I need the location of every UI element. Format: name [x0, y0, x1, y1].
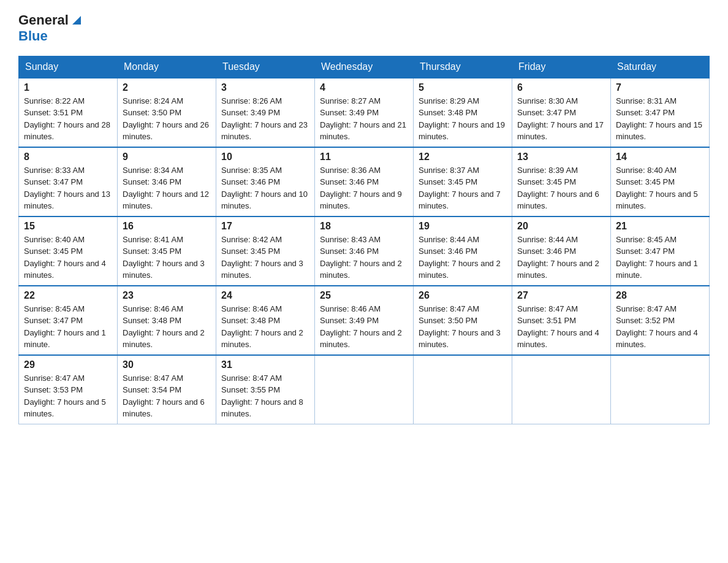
day-number: 3 — [221, 82, 309, 93]
day-number: 1 — [24, 82, 112, 93]
day-number: 27 — [517, 290, 605, 301]
calendar-week-row: 8 Sunrise: 8:33 AMSunset: 3:47 PMDayligh… — [19, 147, 710, 216]
calendar-cell — [611, 355, 710, 424]
day-info: Sunrise: 8:45 AMSunset: 3:47 PMDaylight:… — [24, 304, 106, 350]
day-info: Sunrise: 8:47 AMSunset: 3:53 PMDaylight:… — [24, 373, 106, 419]
calendar-cell: 1 Sunrise: 8:22 AMSunset: 3:51 PMDayligh… — [19, 78, 118, 147]
svg-marker-0 — [72, 16, 81, 25]
calendar-table: SundayMondayTuesdayWednesdayThursdayFrid… — [18, 56, 710, 424]
calendar-cell: 16 Sunrise: 8:41 AMSunset: 3:45 PMDaylig… — [118, 216, 216, 286]
day-info: Sunrise: 8:46 AMSunset: 3:48 PMDaylight:… — [221, 304, 303, 350]
day-number: 5 — [419, 82, 507, 93]
calendar-cell: 23 Sunrise: 8:46 AMSunset: 3:48 PMDaylig… — [118, 286, 216, 355]
calendar-cell: 29 Sunrise: 8:47 AMSunset: 3:53 PMDaylig… — [19, 355, 118, 424]
day-info: Sunrise: 8:36 AMSunset: 3:46 PMDaylight:… — [320, 166, 402, 211]
day-number: 9 — [123, 151, 211, 163]
calendar-cell: 2 Sunrise: 8:24 AMSunset: 3:50 PMDayligh… — [118, 78, 216, 147]
day-number: 15 — [24, 221, 112, 232]
day-info: Sunrise: 8:26 AMSunset: 3:49 PMDaylight:… — [221, 96, 308, 142]
calendar-cell: 12 Sunrise: 8:37 AMSunset: 3:45 PMDaylig… — [414, 147, 512, 216]
day-number: 10 — [221, 151, 309, 163]
day-number: 14 — [616, 151, 704, 163]
day-info: Sunrise: 8:42 AMSunset: 3:45 PMDaylight:… — [221, 235, 303, 280]
calendar-cell: 25 Sunrise: 8:46 AMSunset: 3:49 PMDaylig… — [315, 286, 414, 355]
calendar-cell: 13 Sunrise: 8:39 AMSunset: 3:45 PMDaylig… — [512, 147, 611, 216]
day-number: 30 — [123, 359, 211, 370]
calendar-week-row: 15 Sunrise: 8:40 AMSunset: 3:45 PMDaylig… — [19, 216, 710, 286]
page-header: General Blue — [18, 12, 710, 45]
day-number: 7 — [616, 82, 704, 93]
calendar-cell: 30 Sunrise: 8:47 AMSunset: 3:54 PMDaylig… — [118, 355, 216, 424]
day-info: Sunrise: 8:47 AMSunset: 3:51 PMDaylight:… — [517, 304, 599, 350]
day-info: Sunrise: 8:22 AMSunset: 3:51 PMDaylight:… — [24, 96, 110, 142]
day-info: Sunrise: 8:47 AMSunset: 3:50 PMDaylight:… — [419, 304, 501, 350]
day-info: Sunrise: 8:47 AMSunset: 3:54 PMDaylight:… — [123, 373, 205, 419]
day-number: 31 — [221, 359, 309, 370]
calendar-cell: 5 Sunrise: 8:29 AMSunset: 3:48 PMDayligh… — [414, 78, 512, 147]
day-info: Sunrise: 8:27 AMSunset: 3:49 PMDaylight:… — [320, 96, 406, 142]
day-number: 4 — [320, 82, 408, 93]
calendar-cell: 3 Sunrise: 8:26 AMSunset: 3:49 PMDayligh… — [216, 78, 315, 147]
day-number: 20 — [517, 221, 605, 232]
day-header-wednesday: Wednesday — [315, 56, 414, 78]
day-number: 22 — [24, 290, 112, 301]
calendar-cell: 17 Sunrise: 8:42 AMSunset: 3:45 PMDaylig… — [216, 216, 315, 286]
calendar-cell: 24 Sunrise: 8:46 AMSunset: 3:48 PMDaylig… — [216, 286, 315, 355]
day-info: Sunrise: 8:40 AMSunset: 3:45 PMDaylight:… — [24, 235, 106, 280]
day-number: 28 — [616, 290, 704, 301]
logo-general-text: General — [18, 12, 69, 28]
day-info: Sunrise: 8:46 AMSunset: 3:49 PMDaylight:… — [320, 304, 402, 350]
day-info: Sunrise: 8:37 AMSunset: 3:45 PMDaylight:… — [419, 166, 501, 211]
day-number: 26 — [419, 290, 507, 301]
day-info: Sunrise: 8:33 AMSunset: 3:47 PMDaylight:… — [24, 166, 110, 211]
calendar-cell: 20 Sunrise: 8:44 AMSunset: 3:46 PMDaylig… — [512, 216, 611, 286]
logo-triangle-icon — [70, 13, 83, 27]
day-info: Sunrise: 8:24 AMSunset: 3:50 PMDaylight:… — [123, 96, 209, 142]
calendar-cell: 27 Sunrise: 8:47 AMSunset: 3:51 PMDaylig… — [512, 286, 611, 355]
logo-blue-text: Blue — [18, 28, 48, 44]
day-info: Sunrise: 8:34 AMSunset: 3:46 PMDaylight:… — [123, 166, 209, 211]
day-number: 23 — [123, 290, 211, 301]
calendar-week-row: 1 Sunrise: 8:22 AMSunset: 3:51 PMDayligh… — [19, 78, 710, 147]
day-info: Sunrise: 8:35 AMSunset: 3:46 PMDaylight:… — [221, 166, 308, 211]
day-number: 6 — [517, 82, 605, 93]
calendar-cell: 26 Sunrise: 8:47 AMSunset: 3:50 PMDaylig… — [414, 286, 512, 355]
calendar-cell: 19 Sunrise: 8:44 AMSunset: 3:46 PMDaylig… — [414, 216, 512, 286]
day-info: Sunrise: 8:47 AMSunset: 3:55 PMDaylight:… — [221, 373, 303, 419]
calendar-cell: 7 Sunrise: 8:31 AMSunset: 3:47 PMDayligh… — [611, 78, 710, 147]
day-number: 12 — [419, 151, 507, 163]
day-info: Sunrise: 8:30 AMSunset: 3:47 PMDaylight:… — [517, 96, 604, 142]
day-number: 25 — [320, 290, 408, 301]
day-number: 21 — [616, 221, 704, 232]
calendar-cell: 21 Sunrise: 8:45 AMSunset: 3:47 PMDaylig… — [611, 216, 710, 286]
day-info: Sunrise: 8:44 AMSunset: 3:46 PMDaylight:… — [419, 235, 501, 280]
day-number: 13 — [517, 151, 605, 163]
day-header-tuesday: Tuesday — [216, 56, 315, 78]
day-info: Sunrise: 8:43 AMSunset: 3:46 PMDaylight:… — [320, 235, 402, 280]
day-number: 17 — [221, 221, 309, 232]
calendar-cell: 10 Sunrise: 8:35 AMSunset: 3:46 PMDaylig… — [216, 147, 315, 216]
day-header-sunday: Sunday — [19, 56, 118, 78]
calendar-cell — [315, 355, 414, 424]
day-number: 29 — [24, 359, 112, 370]
logo: General Blue — [18, 12, 83, 45]
calendar-cell: 8 Sunrise: 8:33 AMSunset: 3:47 PMDayligh… — [19, 147, 118, 216]
day-info: Sunrise: 8:47 AMSunset: 3:52 PMDaylight:… — [616, 304, 698, 350]
calendar-cell: 15 Sunrise: 8:40 AMSunset: 3:45 PMDaylig… — [19, 216, 118, 286]
day-number: 16 — [123, 221, 211, 232]
calendar-cell — [512, 355, 611, 424]
day-info: Sunrise: 8:40 AMSunset: 3:45 PMDaylight:… — [616, 166, 698, 211]
calendar-week-row: 22 Sunrise: 8:45 AMSunset: 3:47 PMDaylig… — [19, 286, 710, 355]
day-info: Sunrise: 8:31 AMSunset: 3:47 PMDaylight:… — [616, 96, 702, 142]
day-info: Sunrise: 8:41 AMSunset: 3:45 PMDaylight:… — [123, 235, 205, 280]
calendar-week-row: 29 Sunrise: 8:47 AMSunset: 3:53 PMDaylig… — [19, 355, 710, 424]
calendar-cell: 4 Sunrise: 8:27 AMSunset: 3:49 PMDayligh… — [315, 78, 414, 147]
day-number: 24 — [221, 290, 309, 301]
calendar-cell: 9 Sunrise: 8:34 AMSunset: 3:46 PMDayligh… — [118, 147, 216, 216]
calendar-header-row: SundayMondayTuesdayWednesdayThursdayFrid… — [19, 56, 710, 78]
day-number: 2 — [123, 82, 211, 93]
day-header-monday: Monday — [118, 56, 216, 78]
calendar-cell: 14 Sunrise: 8:40 AMSunset: 3:45 PMDaylig… — [611, 147, 710, 216]
calendar-cell: 31 Sunrise: 8:47 AMSunset: 3:55 PMDaylig… — [216, 355, 315, 424]
day-header-friday: Friday — [512, 56, 611, 78]
